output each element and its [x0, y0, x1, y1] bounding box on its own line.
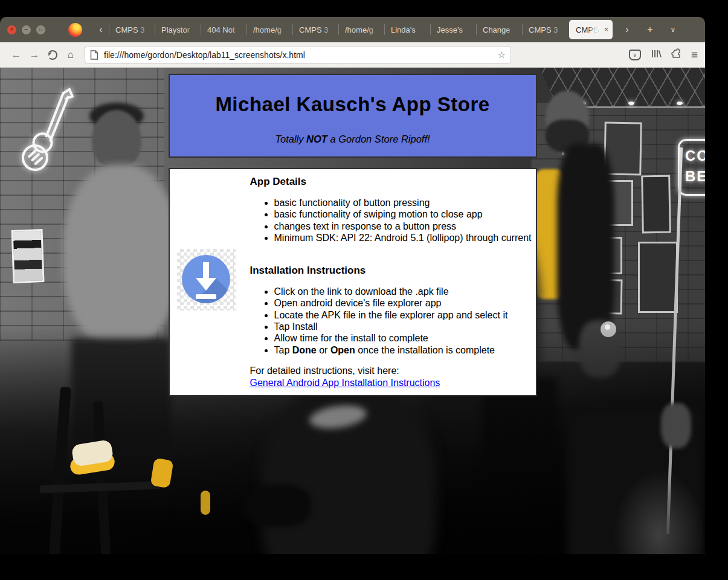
tab-label: 404 Not — [207, 25, 235, 34]
lamp-light — [628, 102, 634, 105]
tab-label: Change — [483, 25, 511, 34]
download-icon — [177, 249, 236, 311]
list-item: Minimum SDK: API 22: Android 5.1 (lollip… — [274, 232, 532, 243]
tab[interactable]: CMPS 3 — [292, 17, 338, 42]
tab-list-button[interactable]: ∨ — [666, 25, 680, 34]
subtitle-text: a Gordon Store Ripoff! — [327, 134, 430, 144]
page-header: Michael Kausch's App Store Totally NOT a… — [169, 74, 537, 158]
tab-label: CMPS 3 — [115, 25, 144, 34]
icon-column — [170, 169, 250, 395]
page-title: Michael Kausch's App Store — [170, 93, 536, 116]
tab-label: CMPS 3 — [529, 25, 558, 34]
footer-paragraph: For detailed instructions, visit here: G… — [250, 365, 532, 389]
page-viewport: CO BE — [0, 68, 705, 554]
tab-label: /home/g — [345, 25, 373, 34]
installation-list: Click on the link to download the .apk f… — [250, 286, 532, 356]
tab[interactable]: Change — [476, 17, 522, 42]
lamp-light — [677, 102, 683, 105]
back-button[interactable]: ← — [7, 46, 25, 64]
installation-heading: Installation Instructions — [250, 265, 532, 277]
tab[interactable]: CMPS 3 — [522, 17, 568, 42]
window-controls: × − □ — [7, 25, 45, 34]
page-subtitle: Totally NOT a Gordon Store Ripoff! — [170, 134, 536, 145]
list-item: Open android device's file explorer app — [274, 297, 532, 309]
app-details-list: basic functionality of button pressing b… — [250, 197, 532, 243]
neon-sign-line: BE — [685, 166, 705, 187]
list-item: Allow time for the install to complete — [274, 332, 532, 344]
neon-sign-line: CO — [685, 146, 705, 166]
tab-label: CMPS — [576, 25, 599, 34]
reload-button[interactable] — [43, 46, 62, 64]
tab-label: /home/g — [253, 25, 282, 34]
list-item: changes text in response to a button pre… — [274, 221, 532, 232]
tab-scroll-right-button[interactable]: › — [620, 24, 634, 35]
subtitle-bold-text: NOT — [306, 134, 327, 144]
close-window-button[interactable]: × — [7, 25, 16, 34]
pocket-icon[interactable]: ∨ — [629, 50, 641, 60]
library-icon[interactable] — [651, 49, 662, 61]
tab[interactable]: CMPS 3 — [109, 17, 155, 42]
page-content: Michael Kausch's App Store Totally NOT a… — [169, 74, 537, 396]
minimize-button[interactable]: − — [22, 25, 31, 34]
list-item-text: Tap — [274, 345, 292, 355]
reload-icon — [48, 50, 57, 60]
menu-button[interactable]: ≡ — [691, 48, 698, 62]
installation-link[interactable]: General Android App Installation Instruc… — [250, 378, 440, 388]
poster — [11, 229, 44, 283]
list-item: basic functionality of swiping motion to… — [274, 208, 532, 220]
subtitle-text: Totally — [275, 134, 306, 144]
tab-label: CMPS 3 — [299, 25, 328, 34]
tab-active[interactable]: CMPS × — [569, 20, 613, 39]
url-text[interactable]: file:///home/gordon/Desktop/lab11_screen… — [104, 50, 498, 60]
tab-actions: › + ∨ — [620, 24, 680, 35]
tab[interactable]: Jesse's — [430, 17, 476, 42]
boot — [245, 485, 311, 527]
download-arrow-icon — [177, 249, 236, 311]
list-item: basic functionality of button pressing — [274, 197, 532, 208]
url-bar[interactable]: file:///home/gordon/Desktop/lab11_screen… — [85, 46, 511, 64]
list-item-text: once the installation is complete — [355, 345, 495, 355]
content-card: App Details basic functionality of butto… — [169, 168, 537, 396]
tab[interactable]: Playstor — [155, 17, 201, 42]
tab-label: Jesse's — [437, 25, 463, 34]
firefox-icon — [68, 23, 82, 37]
list-item: Locate the APK file in the file explorer… — [274, 309, 532, 321]
yellow-sneaker — [201, 491, 210, 515]
page-icon — [90, 50, 98, 60]
man-left-silhouette — [92, 110, 141, 169]
list-item: Tap Install — [274, 321, 532, 332]
list-item-bold: Open — [330, 345, 355, 355]
app-details-heading: App Details — [250, 176, 532, 188]
tab-bar: × − □ ‹ CMPS 3 Playstor 404 Not /home/g … — [0, 17, 705, 42]
text-column: App Details basic functionality of butto… — [250, 169, 536, 395]
man-left-silhouette — [63, 164, 179, 349]
list-item-bold: Done — [292, 345, 317, 355]
toolbar-right-icons: ∨ ≡ — [629, 48, 698, 62]
man-right-silhouette — [557, 144, 614, 349]
browser-window: × − □ ‹ CMPS 3 Playstor 404 Not /home/g … — [0, 17, 705, 554]
extensions-icon[interactable] — [671, 48, 681, 61]
tab[interactable]: 404 Not — [201, 17, 246, 42]
navigation-toolbar: ← → ⌂ file:///home/gordon/Desktop/lab11_… — [0, 42, 705, 68]
tab[interactable]: Linda's — [384, 17, 430, 42]
list-item: Click on the link to download the .apk f… — [274, 286, 532, 297]
picture-frame — [641, 175, 671, 234]
list-item: Tap Done or Open once the installation i… — [274, 344, 532, 356]
forward-button[interactable]: → — [25, 46, 43, 64]
list-item-text: or — [317, 345, 330, 355]
floor-highlight — [613, 469, 705, 554]
footer-text: For detailed instructions, visit here: — [250, 366, 399, 376]
tab[interactable]: /home/g — [338, 17, 384, 42]
maximize-button[interactable]: □ — [36, 25, 45, 34]
tab-label: Linda's — [391, 25, 416, 34]
tab[interactable]: /home/g — [246, 17, 292, 42]
picture-frame — [638, 242, 678, 313]
tab-label: Playstor — [161, 25, 190, 34]
bookmark-star-icon[interactable]: ☆ — [498, 50, 506, 60]
home-button[interactable]: ⌂ — [62, 46, 80, 64]
tab-scroll-left-button[interactable]: ‹ — [93, 24, 109, 35]
hand-on-cue — [661, 403, 691, 448]
new-tab-button[interactable]: + — [643, 24, 657, 35]
tab-strip: CMPS 3 Playstor 404 Not /home/g CMPS 3 /… — [109, 17, 614, 42]
tab-close-icon[interactable]: × — [604, 25, 608, 34]
